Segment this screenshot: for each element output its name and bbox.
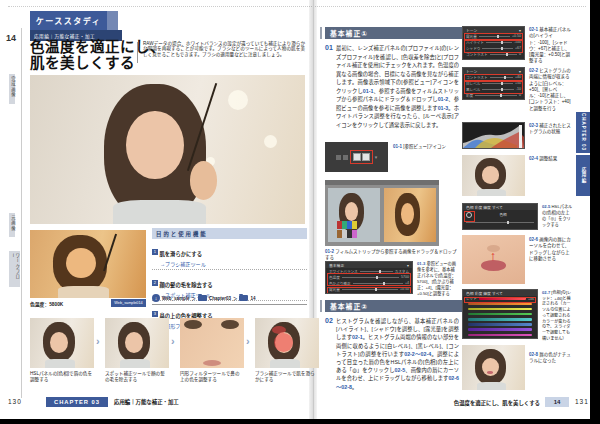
chevron-down-icon: ▾ bbox=[375, 154, 378, 160]
chapter-badge: CHAPTER 03 bbox=[46, 397, 108, 407]
body-shape bbox=[120, 359, 149, 368]
figure-caption-02-8: 02-8 唇の色がナチュラルになった bbox=[529, 352, 573, 365]
figure-caption-01-3: 01-3 参照ビューの画像を参考に、基本補正パネルで[色温度：5700]、[色か… bbox=[417, 261, 458, 296]
step-number-02: 02 bbox=[325, 317, 333, 324]
body-shape bbox=[477, 382, 506, 390]
original-photo-caption: 色温度：5800K bbox=[30, 300, 63, 307]
sample-data-breadcrumb: ↓ Web_sample ＞ Chapter03 ＞ 14 bbox=[152, 292, 307, 305]
figure-caption-02-5: 02-5 HSLパネルの[色相]の左上の「◎」をクリックする bbox=[542, 204, 573, 228]
intro-rule bbox=[137, 42, 138, 63]
download-icon: ↓ bbox=[152, 294, 160, 302]
annotation-box bbox=[464, 297, 536, 303]
figure-label: 02-7 bbox=[542, 290, 550, 295]
color-checker-chart bbox=[337, 221, 357, 229]
page-title-line2: 肌を美しくする bbox=[30, 56, 135, 72]
figure-caption-02-4: 02-4 調整結果 bbox=[529, 156, 573, 162]
footer-case-badge: 14 bbox=[545, 397, 569, 407]
step-text-seg: 。 bbox=[352, 384, 357, 390]
intro-text: RAWデータの場合、ホワイトバランスの設定が違っていても補正により滑らかな階調を… bbox=[143, 41, 305, 57]
trim-guide-top bbox=[8, 6, 586, 7]
toolbar-icon bbox=[343, 155, 348, 160]
figure-caption-02-1: 02-1 基本補正パネルの[ハイライト：-100]、[シャドウ：+67]と補正し… bbox=[529, 27, 573, 65]
purpose-tool: →ブラシ補正ツール bbox=[160, 260, 307, 267]
workflow-arrow: › bbox=[171, 335, 175, 347]
sidebar-rule bbox=[21, 28, 22, 398]
workflow-caption-2: スポット補正ツールで顔の髪の毛を除去する bbox=[105, 371, 169, 383]
annotation-box bbox=[464, 33, 523, 40]
figure-ref: 02-2～02-4 bbox=[404, 351, 431, 357]
figure-caption-text: ヒストグラムの両端に情報が収まるように[白レベル：+50]、[黒レベル：-10]… bbox=[529, 68, 571, 111]
figure-ref: 02-1 bbox=[352, 334, 363, 340]
breadcrumb-separator: ＞ bbox=[233, 295, 238, 301]
scan-edge-right bbox=[590, 0, 600, 424]
figure-caption-02-6: 02-6 画像内の唇にカーソルを合わせて、ドラッグしながら上に移動させる bbox=[529, 237, 573, 262]
screenshot-reference-view bbox=[325, 180, 439, 246]
figure-caption-text: フィルムストリップから参照する画像をドラッグ＆ドロップする bbox=[325, 249, 457, 260]
item-number-chip: 2 bbox=[152, 280, 158, 286]
figure-label: 02-4 bbox=[529, 156, 538, 161]
reference-view-icon bbox=[362, 153, 370, 161]
lips-shape bbox=[203, 360, 221, 366]
body-shape bbox=[270, 359, 299, 368]
figure-caption-text: 調整結果 bbox=[539, 156, 557, 161]
page-number-right: 131 bbox=[575, 398, 589, 405]
figure-label: 01-1 bbox=[393, 144, 402, 149]
panel-toggle: ▾ bbox=[519, 69, 521, 74]
section-tick bbox=[320, 27, 322, 39]
step-text-seg: 最初に、レンズ補正パネルの[プロファイル]の[レンズプロファイル]を確認し、[色… bbox=[336, 45, 459, 94]
finished-photo-main bbox=[30, 75, 305, 224]
figure-caption-02-2: 02-2 ヒストグラムの両端に情報が収まるように[白レベル：+50]、[黒レベル… bbox=[529, 68, 573, 112]
screenshot-basic-panel: 基本補正▾ ホワイトバランスカスタム 色温度5700 色かぶり補正+4 露光量+… bbox=[325, 261, 413, 294]
figure-caption-01-1: 01-1 [参照ビュー]アイコン bbox=[393, 144, 457, 150]
panel-title: 基本補正 bbox=[329, 263, 344, 268]
body-shape bbox=[58, 286, 109, 298]
screenshot-hsl-panel-top: 色相 彩度 輝度 すべて 色相 bbox=[462, 203, 538, 230]
annotation-box bbox=[350, 150, 373, 164]
hsl-subtab: 色相 bbox=[472, 212, 534, 217]
hsl-tabs: 色相 彩度 輝度 すべて bbox=[466, 291, 503, 296]
breadcrumb-separator: ＞ bbox=[191, 295, 196, 301]
figure-label: 02-5 bbox=[542, 204, 550, 209]
face-shape bbox=[126, 111, 184, 180]
face-shape bbox=[66, 248, 96, 278]
figure-label: 01-2 bbox=[325, 249, 334, 254]
workflow-arrow: › bbox=[96, 335, 100, 347]
breadcrumb-leaf: 14 bbox=[250, 296, 255, 301]
figure-label: 02-1 bbox=[529, 27, 538, 32]
histogram-graph bbox=[463, 123, 524, 148]
figure-ref: 02-5 bbox=[395, 367, 406, 373]
figure-label: 02-3 bbox=[529, 123, 538, 128]
step-01-text: 最初に、レンズ補正パネルの[プロファイル]の[レンズプロファイル]を確認し、[色… bbox=[336, 44, 459, 129]
screenshot-hsl-sliders: 色相 彩度 輝度 すべて レッド+46 bbox=[462, 289, 538, 339]
purpose-box: 目的と使用機能 1肌を滑らかにする →ブラシ補正ツール 2顔の髪の毛を除去する … bbox=[152, 228, 307, 331]
workflow-caption-4: ブラシ補正ツールで肌を滑らかにする bbox=[255, 371, 319, 383]
workflow-photo-3 bbox=[180, 318, 244, 368]
hsl-tabs: 色相 彩度 輝度 すべて bbox=[466, 205, 503, 210]
figure-ref: 01-1 bbox=[363, 88, 374, 94]
purpose-box-title: 目的と使用機能 bbox=[152, 228, 307, 239]
reference-view-icon bbox=[353, 153, 361, 161]
breadcrumb-root: Web_sample bbox=[162, 296, 189, 301]
figure-caption-02-3: 02-3 補正されたヒストグラムの状態 bbox=[529, 123, 573, 136]
face-shape bbox=[125, 332, 143, 353]
face-shape bbox=[50, 332, 68, 353]
result-photo-02-4 bbox=[462, 155, 525, 196]
figure-caption-02-7: 02-7 [色相]の[レッド：+46]と補正される（カーソルの位置によって調整さ… bbox=[542, 290, 573, 341]
section-header-1: 基本補正① bbox=[325, 27, 463, 39]
workflow-photo-1 bbox=[30, 318, 94, 368]
workflow-caption-3: 円形フィルターツールで鼻の上の色を調整する bbox=[180, 371, 244, 383]
step-02-text: ヒストグラムを確認しながら、基本補正パネルの[ハイライト]、[シャドウ]を調整し… bbox=[336, 317, 459, 391]
folder-icon bbox=[239, 295, 248, 301]
annotation-box bbox=[327, 273, 411, 286]
reference-pane bbox=[328, 188, 380, 242]
panel-toggle: ▾ bbox=[407, 263, 409, 268]
case-study-tab: ケーススタディ bbox=[30, 11, 107, 30]
purpose-goal: 顔の髪の毛を除去する bbox=[160, 282, 213, 288]
figure-label: 02-8 bbox=[529, 352, 538, 357]
eye-shape bbox=[184, 320, 202, 329]
result-photo-02-8 bbox=[462, 345, 525, 390]
face-shape bbox=[482, 166, 500, 183]
workflow-caption-1: HSLパネルの[色相]で唇の色を調整する bbox=[30, 371, 94, 383]
page-number-left: 130 bbox=[8, 398, 22, 405]
workflow-arrow: › bbox=[246, 335, 250, 347]
